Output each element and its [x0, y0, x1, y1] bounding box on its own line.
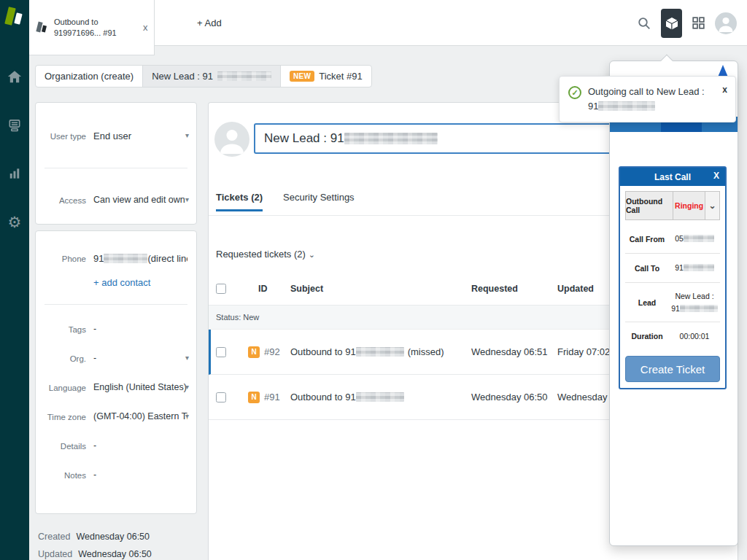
masked-text [684, 235, 714, 242]
popover-caret [661, 55, 673, 67]
tab-tickets[interactable]: Tickets (2) [216, 192, 263, 211]
call-to-row: Call To 91 [625, 254, 720, 283]
user-type-card: User type End user ▾ Access Can view and… [35, 102, 197, 225]
apps-grid-icon[interactable] [692, 17, 705, 29]
new-ticket-badge: N [248, 346, 260, 358]
record-meta: CreatedWednesday 06:50 UpdatedWednesday … [38, 528, 152, 560]
call-status-cell[interactable]: Ringing [673, 191, 705, 220]
tags-field: Tags - [36, 324, 196, 334]
lead-row: Lead New Lead : 91 [625, 283, 720, 322]
org-field[interactable]: Org. - ▾ [36, 353, 196, 363]
notes-field: Notes - [36, 470, 196, 480]
duration-row: Duration 00:00:01 [625, 322, 720, 350]
breadcrumb-lead[interactable]: New Lead : 91 [143, 66, 281, 87]
masked-text [217, 71, 271, 81]
chevron-down-icon[interactable]: ⌄ [705, 191, 720, 220]
chevron-down-icon: ▾ [185, 131, 189, 139]
create-ticket-button[interactable]: Create Ticket [625, 356, 720, 382]
chevron-down-icon: ▾ [185, 412, 189, 420]
phone-field: Phone 91(direct line) [36, 253, 196, 264]
add-tab-button[interactable]: + Add [197, 0, 222, 46]
close-icon[interactable]: X [713, 171, 719, 181]
row-checkbox[interactable] [216, 347, 226, 357]
masked-text [598, 101, 655, 111]
add-contact-row: + add contact [36, 277, 196, 288]
call-type-selector: Outbound Call Ringing ⌄ [625, 191, 720, 220]
talk-app-popover: Last Call X Outbound Call Ringing ⌄ Call… [609, 61, 738, 546]
masked-text [344, 133, 438, 144]
user-details-card: Phone 91(direct line) + add contact Tags… [35, 230, 197, 514]
talk-app-cube-icon[interactable] [661, 9, 682, 38]
masked-text [356, 392, 404, 402]
new-ticket-badge: N [248, 392, 260, 403]
breadcrumb-organization[interactable]: Organization (create) [36, 66, 143, 87]
masked-text [680, 305, 718, 312]
reports-icon[interactable] [4, 163, 25, 184]
call-type-cell[interactable]: Outbound Call [625, 191, 673, 220]
outgoing-call-toast: ✓ Outgoing call to New Lead : 91 x [559, 76, 736, 122]
zendesk-logo-icon [4, 6, 25, 29]
call-from-row: Call From 05 [625, 225, 720, 254]
breadcrumb-ticket[interactable]: NEW Ticket #91 [281, 66, 371, 87]
masked-text [356, 347, 404, 357]
last-call-header: Last Call X [620, 168, 725, 186]
chevron-down-icon: ⌄ [309, 250, 315, 259]
timezone-field[interactable]: Time zone (GMT-04:00) Eastern Time (... … [36, 411, 196, 421]
new-status-badge: NEW [290, 71, 314, 82]
masked-text [684, 264, 714, 271]
row-checkbox[interactable] [216, 392, 226, 402]
views-icon[interactable] [4, 115, 25, 136]
access-field[interactable]: Access Can view and edit own tick... ▾ [36, 195, 196, 205]
success-check-icon: ✓ [568, 86, 581, 99]
details-field: Details - [36, 440, 196, 451]
tab-title: Outbound to 919971696... #91 [54, 17, 140, 39]
user-avatar[interactable] [715, 12, 737, 34]
left-nav-rail: ⚙ [0, 0, 29, 560]
add-contact-link[interactable]: + add contact [93, 277, 187, 288]
zendesk-tab-logo-icon [36, 21, 48, 34]
toast-message: Outgoing call to New Lead : 91 [588, 85, 705, 114]
tab-close-icon[interactable]: x [143, 22, 148, 33]
user-type-field[interactable]: User type End user ▾ [36, 131, 196, 141]
lead-avatar [214, 122, 249, 157]
requested-tickets-toggle[interactable]: Requested tickets (2)⌄ [216, 249, 315, 260]
masked-text [104, 254, 147, 263]
home-icon[interactable] [4, 67, 25, 88]
last-call-widget: Last Call X Outbound Call Ringing ⌄ Call… [619, 166, 727, 389]
close-icon[interactable]: x [722, 85, 727, 95]
search-icon[interactable] [638, 17, 651, 30]
language-field[interactable]: Language English (United States) ▾ [36, 382, 196, 392]
tab-security-settings[interactable]: Security Settings [283, 192, 355, 211]
chevron-down-icon: ▾ [185, 195, 189, 203]
chevron-down-icon: ▾ [185, 383, 189, 391]
duration-value: 00:00:01 [669, 330, 720, 343]
chevron-down-icon: ▾ [185, 354, 189, 362]
breadcrumb: Organization (create) New Lead : 91 NEW … [35, 65, 372, 88]
select-all-checkbox[interactable] [216, 284, 226, 294]
settings-gear-icon[interactable]: ⚙ [4, 211, 25, 232]
ticket-tab[interactable]: Outbound to 919971696... #91 x [29, 0, 155, 55]
